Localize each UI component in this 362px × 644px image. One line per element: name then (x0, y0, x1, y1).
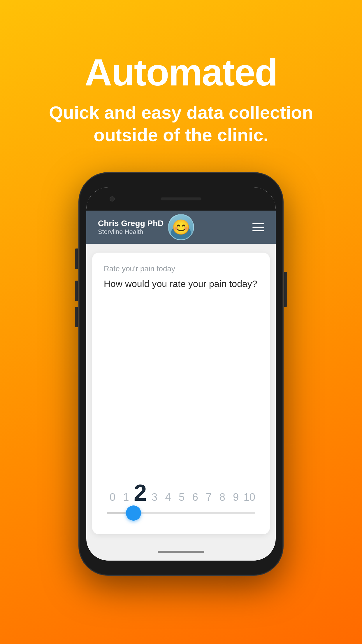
hamburger-line-1 (252, 223, 264, 224)
phone-bottom-bar (86, 543, 276, 561)
header-section: Automated Quick and easy data collection… (26, 52, 336, 146)
doctor-info: Chris Gregg PhD Storyline Health (98, 219, 164, 236)
pain-card: Rate you'r pain today How would you rate… (92, 253, 270, 534)
scale-4: 4 (162, 491, 174, 503)
app-header-bar: Chris Gregg PhD Storyline Health (86, 211, 276, 244)
home-indicator (158, 551, 204, 553)
scale-6: 6 (189, 491, 201, 503)
hamburger-line-2 (252, 227, 264, 228)
main-title: Automated (49, 52, 313, 92)
doctor-org: Storyline Health (98, 228, 164, 236)
scale-9: 9 (230, 491, 242, 503)
scale-numbers: 0 1 2 3 4 5 6 7 8 9 10 (104, 480, 258, 506)
scale-8: 8 (217, 491, 228, 503)
card-spacer (104, 290, 258, 473)
scale-7: 7 (203, 491, 215, 503)
hamburger-line-3 (252, 230, 264, 231)
camera-icon (110, 196, 115, 202)
doctor-name: Chris Gregg PhD (98, 219, 164, 228)
subtitle-line1: Quick and easy data collection (49, 102, 313, 123)
phone-notch (86, 187, 276, 211)
scale-0: 0 (107, 491, 118, 503)
scale-10: 10 (244, 491, 255, 503)
phone-screen: Chris Gregg PhD Storyline Health Rate yo… (86, 187, 276, 561)
avatar (168, 214, 194, 240)
slider-thumb[interactable] (126, 505, 141, 521)
scale-container: 0 1 2 3 4 5 6 7 8 9 10 (104, 474, 258, 523)
card-subtitle: Rate you'r pain today (104, 264, 258, 273)
scale-1: 1 (120, 491, 132, 503)
slider-track[interactable] (107, 512, 255, 514)
subtitle: Quick and easy data collection outside o… (49, 101, 313, 146)
avatar-image (169, 215, 193, 239)
scale-2-active: 2 (134, 480, 147, 506)
menu-button[interactable] (252, 223, 264, 231)
scale-3: 3 (149, 491, 160, 503)
phone-mockup: Chris Gregg PhD Storyline Health Rate yo… (79, 173, 283, 575)
speaker-icon (161, 197, 201, 200)
subtitle-line2: outside of the clinic. (94, 125, 268, 145)
card-question: How would you rate your pain today? (104, 278, 258, 290)
phone-body: Chris Gregg PhD Storyline Health Rate yo… (79, 173, 283, 575)
scale-5: 5 (176, 491, 187, 503)
